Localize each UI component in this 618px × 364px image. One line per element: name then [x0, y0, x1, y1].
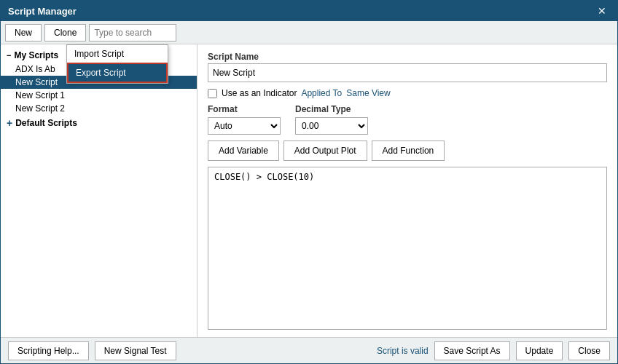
main-content: − My Scripts ADX Is Ab New Script New Sc… [1, 44, 617, 337]
format-group: Format Auto [208, 104, 281, 135]
sidebar: − My Scripts ADX Is Ab New Script New Sc… [1, 44, 197, 337]
collapse-icon: − [7, 51, 11, 60]
code-editor[interactable]: CLOSE() > CLOSE(10) [208, 167, 607, 330]
new-script2-item[interactable]: New Script 2 [1, 102, 197, 115]
import-script-item[interactable]: Import Script [67, 45, 168, 63]
decimal-type-select[interactable]: 0.00 [295, 117, 368, 135]
format-select[interactable]: Auto [208, 117, 281, 135]
expand-icon: + [7, 117, 12, 129]
indicator-row: Use as an Indicator Applied To Same View [208, 88, 607, 98]
adx-label: ADX Is Ab [15, 64, 55, 74]
export-script-item[interactable]: Export Script [67, 63, 168, 83]
new-script2-label: New Script 2 [15, 103, 65, 114]
my-scripts-label: My Scripts [14, 50, 58, 60]
clone-button[interactable]: Clone [44, 24, 86, 41]
close-button[interactable]: Close [568, 341, 610, 360]
script-name-label: Script Name [208, 52, 607, 62]
add-function-button[interactable]: Add Function [372, 141, 445, 161]
applied-to-link[interactable]: Applied To [301, 88, 342, 98]
use-as-indicator-label: Use as an Indicator [222, 88, 297, 98]
new-script1-item[interactable]: New Script 1 [1, 89, 197, 102]
format-label: Format [208, 104, 281, 114]
save-script-as-button[interactable]: Save Script As [434, 341, 510, 360]
new-script-label: New Script [15, 77, 58, 87]
use-as-indicator-checkbox[interactable] [208, 89, 217, 98]
add-output-plot-button[interactable]: Add Output Plot [283, 141, 367, 161]
search-input[interactable] [89, 24, 176, 41]
default-scripts-group[interactable]: + Default Scripts [1, 115, 197, 131]
new-signal-test-button[interactable]: New Signal Test [95, 341, 176, 360]
code-content: CLOSE() > CLOSE(10) [214, 172, 314, 182]
decimal-type-group: Decimal Type 0.00 [295, 104, 368, 135]
add-variable-button[interactable]: Add Variable [208, 141, 279, 161]
right-panel: Script Name Use as an Indicator Applied … [197, 44, 617, 337]
clone-dropdown-menu: Import Script Export Script [66, 44, 168, 84]
title-bar: Script Manager ✕ [1, 1, 617, 21]
new-script1-label: New Script 1 [15, 90, 65, 100]
footer: Scripting Help... New Signal Test Script… [1, 337, 617, 363]
new-button[interactable]: New [5, 24, 42, 41]
footer-left: Scripting Help... New Signal Test [8, 341, 176, 360]
same-view-link[interactable]: Same View [346, 88, 390, 98]
action-buttons-row: Add Variable Add Output Plot Add Functio… [208, 141, 607, 161]
window-title: Script Manager [8, 6, 77, 17]
decimal-type-label: Decimal Type [295, 104, 368, 114]
script-manager-window: Script Manager ✕ New Clone Import Script… [0, 0, 618, 364]
toolbar: New Clone Import Script Export Script [1, 21, 617, 44]
format-row: Format Auto Decimal Type 0.00 [208, 104, 607, 135]
window-close-button[interactable]: ✕ [594, 4, 610, 17]
default-scripts-label: Default Scripts [15, 118, 77, 128]
script-name-input[interactable] [208, 63, 607, 82]
footer-right: Script is valid Save Script As Update Cl… [377, 341, 610, 360]
update-button[interactable]: Update [516, 341, 563, 360]
scripting-help-button[interactable]: Scripting Help... [8, 341, 89, 360]
status-text: Script is valid [377, 346, 429, 356]
